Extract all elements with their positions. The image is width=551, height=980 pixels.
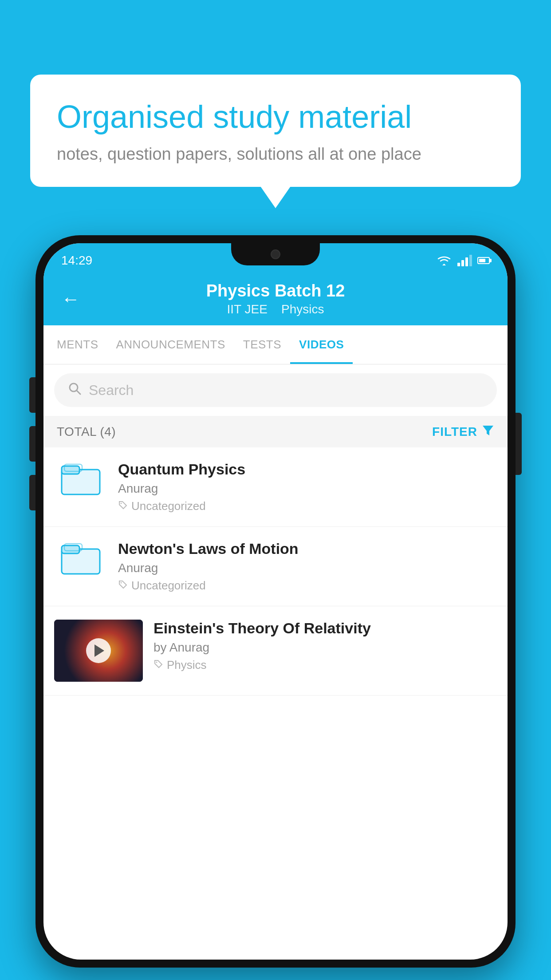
phone-wrapper: 14:29 xyxy=(35,235,516,968)
battery-icon xyxy=(477,257,490,264)
item-author: Anurag xyxy=(118,561,497,575)
item-author: by Anurag xyxy=(153,640,497,655)
front-camera xyxy=(271,249,280,259)
folder-icon xyxy=(61,461,101,496)
total-count: TOTAL (4) xyxy=(57,425,116,439)
filter-button[interactable]: FILTER xyxy=(432,424,494,439)
search-icon xyxy=(67,381,82,399)
item-info: Einstein's Theory Of Relativity by Anura… xyxy=(153,620,497,672)
tabs-bar: MENTS ANNOUNCEMENTS TESTS VIDEOS xyxy=(43,325,508,364)
app-header: ← Physics Batch 12 IIT JEE Physics xyxy=(43,273,508,325)
back-button[interactable]: ← xyxy=(61,288,80,310)
item-tag-text: Uncategorized xyxy=(131,579,206,593)
list-item[interactable]: Quantum Physics Anurag Uncategorized xyxy=(43,447,508,527)
tag-icon xyxy=(153,658,163,672)
item-tag: Uncategorized xyxy=(118,499,497,513)
tab-videos[interactable]: VIDEOS xyxy=(290,325,353,364)
play-icon xyxy=(94,644,104,657)
search-bar[interactable]: Search xyxy=(54,373,497,407)
video-list: Quantum Physics Anurag Uncategorized xyxy=(43,447,508,695)
item-title: Quantum Physics xyxy=(118,461,497,478)
svg-point-10 xyxy=(121,582,122,584)
header-subtitle-physics: Physics xyxy=(281,302,324,316)
tag-icon xyxy=(118,579,128,593)
play-button[interactable] xyxy=(86,638,111,663)
svg-point-6 xyxy=(121,503,122,504)
bubble-title: Organised study material xyxy=(57,98,494,136)
filter-funnel-icon xyxy=(482,424,494,439)
search-section: Search xyxy=(43,364,508,416)
svg-line-1 xyxy=(77,391,80,394)
speech-bubble: Organised study material notes, question… xyxy=(30,75,521,187)
header-subtitle: IIT JEE Physics xyxy=(93,302,458,316)
item-info: Newton's Laws of Motion Anurag Uncategor… xyxy=(118,540,497,593)
tab-tests[interactable]: TESTS xyxy=(234,325,290,364)
item-thumbnail xyxy=(54,540,107,576)
svg-marker-2 xyxy=(483,426,493,435)
bubble-subtitle: notes, question papers, solutions all at… xyxy=(57,145,494,164)
status-time: 14:29 xyxy=(61,253,92,268)
header-subtitle-iitjee: IIT JEE xyxy=(227,302,268,316)
item-tag: Physics xyxy=(153,658,497,672)
wifi-icon xyxy=(436,255,452,266)
item-tag-text: Uncategorized xyxy=(131,499,206,513)
list-item[interactable]: Einstein's Theory Of Relativity by Anura… xyxy=(43,606,508,695)
phone-notch xyxy=(231,243,320,265)
tab-announcements[interactable]: ANNOUNCEMENTS xyxy=(107,325,234,364)
folder-icon xyxy=(61,540,101,576)
item-thumbnail xyxy=(54,461,107,496)
einstein-thumbnail xyxy=(54,620,143,682)
search-placeholder: Search xyxy=(89,382,134,399)
item-tag-text: Physics xyxy=(167,658,207,672)
phone-screen: 14:29 xyxy=(43,243,508,960)
signal-icon xyxy=(457,255,472,266)
header-title-group: Physics Batch 12 IIT JEE Physics xyxy=(93,281,458,316)
item-tag: Uncategorized xyxy=(118,579,497,593)
list-item[interactable]: Newton's Laws of Motion Anurag Uncategor… xyxy=(43,527,508,606)
item-title: Newton's Laws of Motion xyxy=(118,540,497,557)
tag-icon xyxy=(118,499,128,513)
phone-outer: 14:29 xyxy=(35,235,516,968)
tab-ments[interactable]: MENTS xyxy=(48,325,107,364)
status-icons xyxy=(436,255,490,266)
filter-label: FILTER xyxy=(432,425,477,439)
filter-row: TOTAL (4) FILTER xyxy=(43,416,508,447)
item-author: Anurag xyxy=(118,482,497,496)
svg-point-11 xyxy=(156,662,157,663)
header-title: Physics Batch 12 xyxy=(93,281,458,300)
item-info: Quantum Physics Anurag Uncategorized xyxy=(118,461,497,513)
speech-bubble-container: Organised study material notes, question… xyxy=(30,75,521,187)
item-title: Einstein's Theory Of Relativity xyxy=(153,620,497,637)
